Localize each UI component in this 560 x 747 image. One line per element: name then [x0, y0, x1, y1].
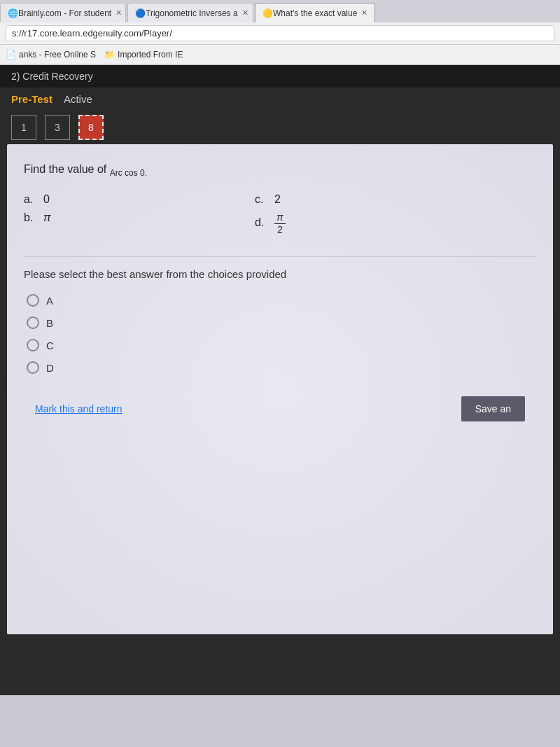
question-text-prefix: Find the value of	[24, 163, 106, 175]
tab-yahoo-icon: 🟡	[262, 8, 273, 18]
page-title: 2) Credit Recovery	[11, 71, 93, 82]
choice-a-label: a.	[24, 193, 38, 206]
page-header: 2) Credit Recovery	[0, 65, 560, 88]
choice-b-label: b.	[24, 211, 38, 224]
tab-trig-close[interactable]: ✕	[242, 8, 248, 18]
save-button[interactable]: Save an	[461, 396, 525, 421]
tab-pretest[interactable]: Pre-Test	[11, 93, 52, 105]
choice-d-value: π 2	[274, 211, 286, 235]
tab-yahoo[interactable]: 🟡 What's the exact value ✕	[255, 3, 375, 22]
bookmark-banks[interactable]: 📄 anks - Free Online S	[6, 50, 96, 60]
choice-c-label: c.	[255, 193, 269, 206]
page-wrapper: 2) Credit Recovery Pre-Test Active 1 3 8…	[0, 65, 560, 695]
choice-b: b. π	[24, 211, 213, 235]
tab-brainly-close[interactable]: ✕	[115, 8, 122, 18]
choices-grid: a. 0 c. 2 b. π d. π 2	[24, 193, 444, 235]
radio-circle-d	[27, 361, 39, 374]
radio-option-a[interactable]: A	[27, 294, 536, 307]
nav-tabs: Pre-Test Active	[0, 88, 560, 111]
question-function-label: Arc cos 0.	[110, 168, 147, 178]
tab-brainly-label: Brainly.com - For student	[18, 8, 111, 18]
tab-yahoo-close[interactable]: ✕	[361, 8, 368, 18]
tab-brainly-icon: 🌐	[8, 8, 18, 18]
tab-trig-label: Trigonometric Inverses a	[146, 8, 238, 18]
divider	[24, 256, 536, 257]
fraction-denominator: 2	[274, 224, 286, 235]
radio-option-c[interactable]: C	[27, 339, 536, 351]
choice-a-value: 0	[43, 193, 50, 206]
bookmarks-bar: 📄 anks - Free Online S 📁 Imported From I…	[0, 45, 560, 64]
radio-label-b: B	[46, 317, 53, 329]
bookmark-banks-label: anks - Free Online S	[19, 50, 96, 60]
tab-yahoo-label: What's the exact value	[273, 8, 357, 18]
choice-c: c. 2	[255, 193, 444, 206]
radio-circle-c	[27, 339, 39, 351]
question-text: Find the value of Arc cos 0.	[24, 161, 536, 179]
bookmark-imported[interactable]: 📁 Imported From IE	[104, 50, 183, 60]
bookmark-imported-label: Imported From IE	[118, 50, 183, 60]
tab-bar: 🌐 Brainly.com - For student ✕ 🔵 Trigonom…	[0, 0, 560, 22]
fraction-pi-over-2: π 2	[274, 211, 286, 235]
content-area: Find the value of Arc cos 0. a. 0 c. 2 b…	[7, 144, 553, 634]
address-bar-input[interactable]	[6, 25, 554, 41]
mark-return-link[interactable]: Mark this and return	[35, 403, 122, 414]
choice-d: d. π 2	[255, 211, 444, 235]
tab-trig[interactable]: 🔵 Trigonometric Inverses a ✕	[127, 3, 253, 22]
tab-brainly[interactable]: 🌐 Brainly.com - For student ✕	[0, 3, 126, 22]
question-num-3[interactable]: 3	[45, 115, 70, 140]
choice-c-value: 2	[274, 193, 281, 206]
question-numbers-bar: 1 3 8	[0, 111, 560, 144]
radio-label-d: D	[46, 362, 54, 374]
address-bar-row	[0, 22, 560, 45]
question-num-1[interactable]: 1	[11, 115, 36, 140]
choice-b-value: π	[43, 211, 51, 224]
question-num-8[interactable]: 8	[78, 115, 104, 140]
radio-options: A B C D	[27, 294, 536, 374]
footer-bar: Mark this and return Save an	[24, 388, 536, 430]
browser-chrome: 🌐 Brainly.com - For student ✕ 🔵 Trigonom…	[0, 0, 560, 65]
radio-label-a: A	[46, 295, 53, 307]
tab-trig-icon: 🔵	[135, 8, 146, 18]
choice-a: a. 0	[24, 193, 213, 206]
select-answer-instruction: Please select the best answer from the c…	[24, 268, 536, 280]
radio-option-d[interactable]: D	[27, 361, 536, 374]
bookmark-imported-icon: 📁	[104, 50, 115, 60]
radio-label-c: C	[46, 340, 54, 351]
tab-active[interactable]: Active	[64, 93, 92, 105]
radio-option-b[interactable]: B	[27, 316, 536, 329]
fraction-numerator: π	[274, 211, 286, 224]
radio-circle-b	[27, 316, 39, 329]
choice-d-label: d.	[255, 216, 269, 229]
bookmark-icon: 📄	[6, 50, 16, 60]
radio-circle-a	[27, 294, 39, 307]
